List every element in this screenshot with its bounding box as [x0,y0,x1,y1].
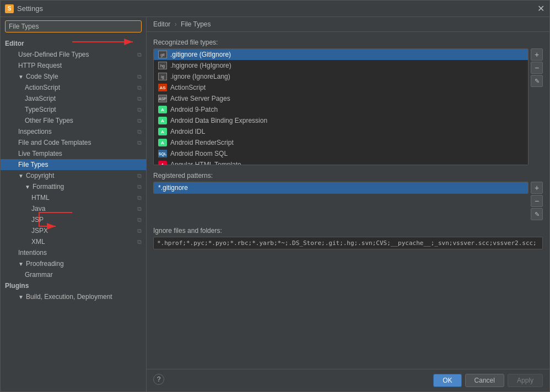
list-item[interactable]: git .gitignore (GitIgnore) [154,49,528,60]
sidebar-item-java[interactable]: Java ⧉ [1,203,146,214]
copy-icon: ⧉ [137,205,142,213]
android-icon: A [158,106,167,113]
close-button[interactable]: ✕ [536,4,545,13]
item-label: File Types [18,161,48,168]
file-types-listbox[interactable]: git .gitignore (GitIgnore) hg .hgignore … [153,48,529,165]
patterns-buttons: + − ✎ [531,182,543,220]
item-label: XML [31,238,45,246]
sidebar-item-html[interactable]: HTML ⧉ [1,192,146,203]
item-label: User-Defined File Types [18,51,89,58]
item-label: Grammar [25,271,53,279]
sidebar-item-http-request[interactable]: HTTP Request [1,60,146,71]
item-label: ActionScript [25,84,60,91]
list-item[interactable]: ig .ignore (IgnoreLang) [154,71,528,82]
sidebar-item-intentions[interactable]: Intentions [1,247,146,258]
item-label: Other File Types [25,117,73,124]
item-label: Android RenderScript [170,139,234,146]
list-item[interactable]: A Angular HTML Template [154,159,528,165]
sidebar-item-file-types[interactable]: File Types [1,159,146,170]
copy-icon: ⧉ [137,194,142,202]
edit-file-type-button[interactable]: ✎ [531,75,543,87]
angular-icon: A [158,161,167,165]
sidebar: Editor User-Defined File Types ⧉ HTTP Re… [1,17,147,391]
android-icon: A [158,117,167,124]
sidebar-item-user-defined[interactable]: User-Defined File Types ⧉ [1,49,146,60]
sidebar-item-live-templates[interactable]: Live Templates [1,148,146,159]
sidebar-section-plugins: Plugins [1,280,146,291]
list-item[interactable]: AS ActionScript [154,82,528,93]
item-label: Android Room SQL [170,150,228,157]
window-title: Settings [17,4,536,13]
item-label: .ignore (IgnoreLang) [170,73,230,80]
sidebar-section-editor: Editor [1,38,146,49]
sidebar-item-proofreading[interactable]: ▼ Proofreading [1,258,146,269]
item-label: JSPX [31,227,48,235]
list-item[interactable]: hg .hgignore (HgIgnore) [154,60,528,71]
add-file-type-button[interactable]: + [531,48,543,61]
android-icon: A [158,139,167,146]
edit-pattern-button[interactable]: ✎ [531,208,543,220]
item-label: Angular HTML Template [170,161,241,165]
list-item[interactable]: SQL Android Room SQL [154,148,528,159]
copy-icon: ⧉ [137,117,142,124]
item-label: Formatting [33,183,64,190]
expand-icon: ▼ [18,74,24,80]
list-item[interactable]: A Android 9-Patch [154,104,528,115]
ignore-section: Ignore files and folders: [153,227,543,249]
ignore-input[interactable] [153,237,543,249]
sidebar-item-code-style[interactable]: ▼ Code Style ⧉ [1,71,146,82]
copy-icon: ⧉ [137,238,142,246]
item-label: Android Data Binding Expression [170,117,267,124]
sidebar-item-copyright[interactable]: ▼ Copyright ⧉ [1,170,146,181]
sql-icon: SQL [158,150,167,157]
remove-file-type-button[interactable]: − [531,62,543,74]
sidebar-item-file-code-templates[interactable]: File and Code Templates ⧉ [1,137,146,148]
sidebar-item-grammar[interactable]: Grammar [1,269,146,280]
patterns-section: Registered patterns: *.gitignore + − ✎ [153,172,543,220]
item-label: JSP [31,216,44,224]
sidebar-item-formatting[interactable]: ▼ Formatting ⧉ [1,181,146,192]
breadcrumb-file-types: File Types [181,20,211,28]
breadcrumb: Editor › File Types [147,17,549,32]
remove-pattern-button[interactable]: − [531,195,543,207]
item-label: Code Style [26,73,58,80]
sidebar-item-jsp[interactable]: JSP ⧉ [1,214,146,225]
list-item[interactable]: A Android Data Binding Expression [154,115,528,126]
copy-icon: ⧉ [137,128,142,135]
sidebar-item-inspections[interactable]: Inspections ⧉ [1,126,146,137]
file-types-content: Recognized file types: git .gitignore (G… [147,32,549,369]
apply-button[interactable]: Apply [508,374,543,387]
expand-icon: ▼ [18,261,24,267]
item-label: Intentions [18,249,47,257]
list-item[interactable]: ASP Active Server Pages [154,93,528,104]
item-label: .hgignore (HgIgnore) [170,62,231,69]
list-item[interactable]: A Android RenderScript [154,137,528,148]
ok-button[interactable]: OK [433,374,461,387]
item-label: Build, Execution, Deployment [26,293,112,301]
sidebar-item-jspx[interactable]: JSPX ⧉ [1,225,146,236]
bottom-bar: ? OK Cancel Apply [147,369,549,391]
help-button[interactable]: ? [153,374,164,385]
file-types-buttons: + − ✎ [531,48,543,165]
breadcrumb-editor: Editor [153,20,170,28]
add-pattern-button[interactable]: + [531,182,543,194]
sidebar-item-build-execution[interactable]: ▼ Build, Execution, Deployment [1,291,146,302]
list-item[interactable]: A Android IDL [154,126,528,137]
cancel-button[interactable]: Cancel [465,374,504,387]
patterns-listbox[interactable]: *.gitignore [153,182,529,194]
sidebar-item-xml[interactable]: XML ⧉ [1,236,146,247]
item-label: JavaScript [25,95,56,102]
pattern-item[interactable]: *.gitignore [154,182,528,193]
title-bar: S Settings ✕ [1,1,549,17]
sidebar-item-javascript[interactable]: JavaScript ⧉ [1,93,146,104]
sidebar-item-actionscript[interactable]: ActionScript ⧉ [1,82,146,93]
item-label: Java [31,205,45,213]
ignore-icon: ig [158,73,167,80]
sidebar-item-other-file-types[interactable]: Other File Types ⧉ [1,115,146,126]
search-input[interactable] [5,20,142,32]
expand-icon: ▼ [18,294,24,300]
sidebar-item-typescript[interactable]: TypeScript ⧉ [1,104,146,115]
item-label: Inspections [18,128,52,135]
copy-icon: ⧉ [137,172,142,179]
hgignore-icon: hg [158,62,167,69]
